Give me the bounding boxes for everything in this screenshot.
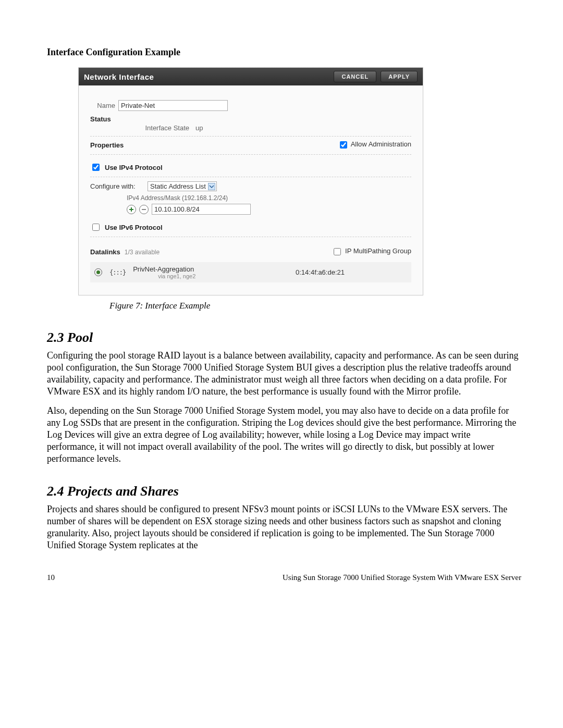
allow-admin-label: Allow Administration	[351, 140, 411, 148]
allow-admin-wrap[interactable]: Allow Administration	[338, 140, 411, 150]
datalink-mac: 0:14:4f:a6:de:21	[296, 268, 407, 276]
status-title: Status	[90, 115, 411, 123]
interface-state-value: up	[195, 124, 203, 132]
ipv6-label: Use IPv6 Protocol	[105, 224, 163, 231]
ipmp-wrap[interactable]: IP MultiPathing Group	[332, 246, 411, 257]
ipv6-checkbox[interactable]	[92, 224, 100, 231]
datalinks-count: 1/3 available	[125, 249, 160, 256]
configure-with-label: Configure with:	[90, 182, 145, 190]
projects-paragraph-1: Projects and shares should be configured…	[47, 503, 521, 551]
ipv4-address-block: IPv4 Address/Mask (192.168.1.2/24)	[127, 194, 411, 215]
figure-caption: Figure 7: Interface Example	[109, 301, 521, 311]
page-footer: 10 Using Sun Storage 7000 Unified Storag…	[47, 573, 521, 582]
page-root: Interface Configuration Example Network …	[0, 0, 563, 603]
ipv4-address-line	[127, 204, 411, 215]
ipv4-address-input[interactable]	[152, 204, 251, 215]
page-number: 10	[47, 573, 55, 582]
divider	[90, 136, 411, 137]
name-label: Name	[90, 102, 118, 109]
ipv6-row[interactable]: Use IPv6 Protocol	[90, 222, 411, 232]
datalinks-title: Datalinks	[90, 248, 120, 256]
ipv4-label: Use IPv4 Protocol	[105, 164, 163, 171]
pool-paragraph-2: Also, depending on the Sun Storage 7000 …	[47, 405, 521, 465]
heading-pool: 2.3 Pool	[47, 330, 521, 346]
configure-with-value: Static Address List	[150, 182, 206, 190]
datalinks-header: Datalinks 1/3 available IP MultiPathing …	[90, 246, 411, 257]
datalink-via: via nge1, nge2	[158, 273, 195, 279]
dialog-buttons: CANCEL APPLY	[334, 71, 418, 82]
aggregation-icon: {:::}	[109, 269, 126, 276]
ipv4-checkbox[interactable]	[92, 164, 100, 171]
interface-state-row: Interface State up	[90, 124, 411, 132]
name-row: Name	[90, 100, 411, 111]
svg-rect-0	[208, 183, 215, 190]
section-heading: Interface Configuration Example	[47, 47, 521, 58]
footer-title: Using Sun Storage 7000 Unified Storage S…	[283, 573, 521, 582]
dialog-network-interface: Network Interface CANCEL APPLY Name Stat…	[78, 67, 423, 295]
divider	[90, 237, 411, 237]
interface-state-label: Interface State	[121, 124, 192, 132]
ipv4-row[interactable]: Use IPv4 Protocol	[90, 162, 411, 172]
ipmp-label: IP MultiPathing Group	[345, 247, 411, 255]
remove-address-button[interactable]	[139, 205, 149, 214]
ipmp-checkbox[interactable]	[334, 248, 341, 255]
minus-icon	[141, 207, 146, 212]
chevron-down-icon	[208, 183, 215, 190]
properties-title: Properties	[90, 141, 124, 149]
allow-admin-checkbox[interactable]	[340, 141, 347, 149]
divider	[90, 154, 411, 155]
dialog-header: Network Interface CANCEL APPLY	[79, 68, 423, 85]
plus-icon	[129, 207, 134, 212]
cancel-button[interactable]: CANCEL	[334, 71, 376, 82]
divider	[90, 177, 411, 177]
datalink-row[interactable]: {:::} PrivNet-Aggregation via nge1, nge2…	[90, 262, 411, 282]
heading-projects: 2.4 Projects and Shares	[47, 484, 521, 499]
configure-with-row: Configure with: Static Address List	[90, 181, 411, 191]
add-address-button[interactable]	[127, 205, 136, 214]
status-block: Status Interface State up	[90, 115, 411, 132]
name-input[interactable]	[118, 100, 228, 111]
configure-with-select[interactable]: Static Address List	[148, 181, 217, 191]
datalink-name: PrivNet-Aggregation	[133, 265, 195, 273]
ipv4-address-hint: IPv4 Address/Mask (192.168.1.2/24)	[127, 194, 411, 202]
figure-screenshot: Network Interface CANCEL APPLY Name Stat…	[78, 67, 521, 295]
apply-button[interactable]: APPLY	[381, 71, 418, 82]
dialog-title: Network Interface	[84, 72, 154, 81]
datalink-radio[interactable]	[94, 268, 102, 276]
dialog-body: Name Status Interface State up Propertie…	[79, 85, 423, 295]
properties-row: Properties Allow Administration	[90, 140, 411, 150]
pool-paragraph-1: Configuring the pool storage RAID layout…	[47, 350, 521, 398]
